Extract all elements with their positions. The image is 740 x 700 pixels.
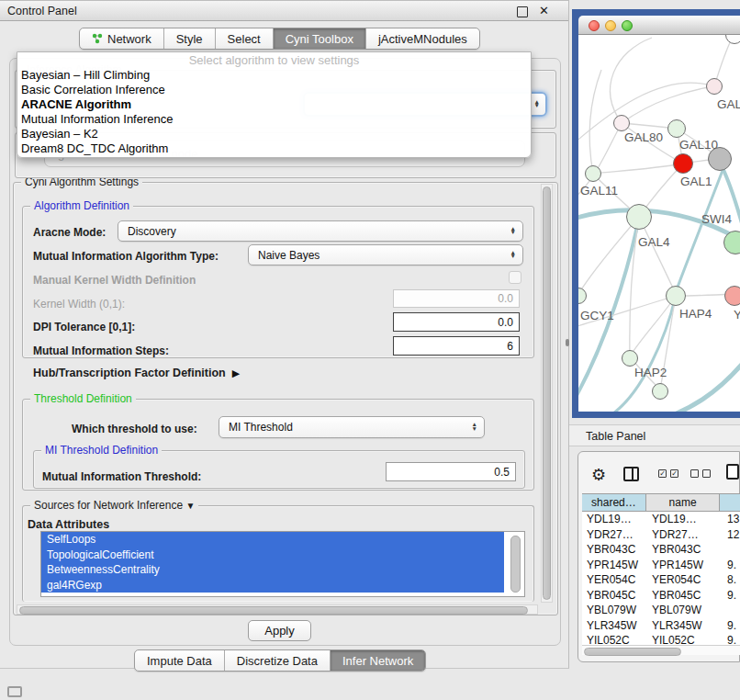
cell: YDL19… bbox=[647, 512, 723, 527]
mi-steps-input[interactable]: 6 bbox=[393, 336, 520, 356]
table-row[interactable]: YBR045CYBR045C9. bbox=[582, 588, 740, 604]
cell: 9. bbox=[723, 633, 740, 644]
attribute-item[interactable]: gal4RGexp bbox=[41, 578, 504, 593]
network-node[interactable] bbox=[652, 383, 668, 400]
attribute-list-scrollbar[interactable] bbox=[510, 536, 521, 593]
network-node-gal80[interactable] bbox=[613, 115, 630, 131]
combo-arrows-icon: ▲▼ bbox=[472, 423, 477, 431]
network-node-gal10[interactable] bbox=[667, 119, 686, 138]
control-panel-titlebar: Control Panel ✕ bbox=[0, 1, 568, 21]
mi-steps-label: Mutual Information Steps: bbox=[33, 344, 169, 357]
mi-type-combobox[interactable]: Naive Bayes ▲▼ bbox=[248, 244, 523, 265]
network-node[interactable] bbox=[706, 78, 723, 95]
hub-definition-toggle[interactable]: Hub/Transcription Factor Definition▶ bbox=[33, 367, 240, 379]
table-horizontal-scrollbar[interactable] bbox=[582, 645, 740, 655]
settings-horizontal-scrollbar[interactable] bbox=[17, 604, 538, 615]
tab-select-label: Select bbox=[228, 32, 261, 46]
network-node-hap4[interactable] bbox=[666, 286, 686, 306]
minimize-traffic-light-icon[interactable] bbox=[605, 20, 616, 31]
aracne-mode-combobox[interactable]: Discovery ▲▼ bbox=[118, 220, 523, 242]
attribute-item[interactable]: BetweennessCentrality bbox=[41, 562, 504, 578]
node-table: shared… name YDL19…YDL19…13 YDR27…YDR27…… bbox=[582, 493, 740, 655]
network-node-gal11[interactable] bbox=[585, 165, 601, 182]
dropdown-item[interactable]: Mutual Information Inference bbox=[17, 112, 531, 127]
tab-infer-network[interactable]: Infer Network bbox=[330, 650, 425, 671]
unchecked-checkbox-icon[interactable] bbox=[690, 469, 699, 478]
checked-checkbox-icon[interactable]: ✓ bbox=[670, 469, 678, 478]
table-row[interactable]: YBR043CYBR043C bbox=[582, 542, 740, 558]
cell: YDL19… bbox=[582, 512, 647, 527]
collapsed-arrow-icon: ▶ bbox=[232, 367, 240, 379]
data-attributes-label: Data Attributes bbox=[28, 518, 109, 531]
tab-jactivemnodules[interactable]: jActiveMNodules bbox=[365, 28, 479, 49]
cell: 12 bbox=[723, 527, 740, 543]
table-row[interactable]: YPR145WYPR145W9. bbox=[582, 558, 740, 573]
kernel-width-input[interactable]: 0.0 bbox=[393, 289, 520, 308]
data-attributes-list[interactable]: SelfLoops TopologicalCoefficient Between… bbox=[40, 531, 525, 597]
cell: YDR27… bbox=[647, 527, 723, 543]
dpi-tolerance-input[interactable]: 0.0 bbox=[393, 312, 520, 332]
table-row[interactable]: YDL19…YDL19…13 bbox=[582, 512, 740, 527]
tab-network[interactable]: Network bbox=[80, 28, 163, 49]
document-icon[interactable] bbox=[726, 464, 739, 480]
dropdown-item[interactable]: Bayesian – K2 bbox=[17, 127, 531, 141]
node-label: GAL bbox=[717, 97, 740, 111]
kernel-width-label: Kernel Width (0,1): bbox=[33, 298, 125, 310]
apply-button[interactable]: Apply bbox=[248, 620, 311, 641]
mi-type-value: Naive Bayes bbox=[258, 249, 320, 262]
tab-discretize-data[interactable]: Discretize Data bbox=[224, 650, 330, 671]
network-canvas[interactable]: GAL GAL80 GAL10 GAL1 GAL11 SWI4 GAL4 GCY… bbox=[578, 35, 740, 412]
dropdown-item[interactable]: Bayesian – Hill Climbing bbox=[17, 68, 531, 83]
combo-arrows-icon: ▲▼ bbox=[534, 100, 540, 108]
network-node-hap2[interactable] bbox=[622, 350, 638, 367]
table-row[interactable]: YLR345WYLR345W9. bbox=[582, 618, 740, 634]
table-header-row: shared… name bbox=[582, 493, 740, 512]
sources-title[interactable]: Sources for Network Inference ▼ bbox=[30, 499, 198, 512]
column-header-name[interactable]: name bbox=[646, 494, 721, 511]
table-row[interactable]: YDR27…YDR27…12 bbox=[582, 527, 740, 543]
unchecked-checkbox-icon[interactable] bbox=[702, 469, 711, 478]
gear-icon[interactable]: ⚙ bbox=[591, 465, 606, 485]
node-label: GAL11 bbox=[580, 184, 618, 198]
manual-kernel-checkbox[interactable] bbox=[509, 271, 521, 284]
cell: YBR045C bbox=[582, 588, 647, 604]
dropdown-item[interactable]: Dream8 DC_TDC Algorithm bbox=[17, 141, 531, 156]
tab-select[interactable]: Select bbox=[215, 28, 273, 49]
settings-horizontal-scrollbar-thumb[interactable] bbox=[19, 606, 528, 615]
table-row[interactable]: YBL079WYBL079W bbox=[582, 603, 740, 618]
dropdown-item-aracne[interactable]: ARACNE Algorithm bbox=[17, 97, 531, 112]
dropdown-item[interactable]: Basic Correlation Inference bbox=[17, 83, 531, 97]
network-node-gal4[interactable] bbox=[626, 204, 652, 230]
tab-style[interactable]: Style bbox=[163, 28, 215, 49]
bottom-tabbar: Impute Data Discretize Data Infer Networ… bbox=[134, 649, 426, 672]
table-horizontal-scrollbar-thumb[interactable] bbox=[584, 648, 681, 656]
kernel-width-value: 0.0 bbox=[498, 292, 513, 305]
mi-threshold-input[interactable]: 0.5 bbox=[386, 462, 516, 481]
settings-vertical-scrollbar-thumb[interactable] bbox=[543, 186, 551, 600]
close-traffic-light-icon[interactable] bbox=[589, 20, 600, 31]
panel-splitter-grip[interactable] bbox=[566, 339, 569, 346]
float-panel-icon[interactable] bbox=[517, 6, 528, 17]
panel-grip-icon[interactable] bbox=[7, 686, 22, 697]
settings-vertical-scrollbar[interactable] bbox=[541, 184, 553, 603]
tab-impute-data[interactable]: Impute Data bbox=[135, 650, 224, 671]
network-node[interactable] bbox=[724, 286, 740, 306]
network-window-titlebar[interactable] bbox=[578, 16, 740, 35]
attribute-item[interactable]: SelfLoops bbox=[41, 532, 504, 548]
cell: YIL052C bbox=[647, 633, 723, 644]
zoom-traffic-light-icon[interactable] bbox=[622, 20, 633, 31]
tab-cyni-toolbox[interactable]: Cyni Toolbox bbox=[273, 28, 365, 49]
table-row[interactable]: YIL052CYIL052C9. bbox=[582, 633, 740, 644]
mi-threshold-definition-title: MI Threshold Definition bbox=[41, 444, 162, 457]
cell: 8. bbox=[723, 572, 740, 588]
column-header-shared-name[interactable]: shared… bbox=[582, 494, 646, 511]
which-threshold-value: MI Threshold bbox=[229, 421, 293, 434]
column-layout-icon[interactable] bbox=[623, 467, 639, 481]
checked-checkbox-icon[interactable]: ✓ bbox=[658, 469, 667, 478]
which-threshold-combobox[interactable]: MI Threshold ▲▼ bbox=[219, 416, 485, 438]
table-row[interactable]: YER054CYER054C8. bbox=[582, 572, 740, 588]
network-node-gal1[interactable] bbox=[673, 153, 693, 174]
close-icon[interactable]: ✕ bbox=[539, 4, 549, 17]
column-header-partial[interactable] bbox=[720, 494, 740, 511]
attribute-item[interactable]: TopologicalCoefficient bbox=[41, 548, 504, 563]
